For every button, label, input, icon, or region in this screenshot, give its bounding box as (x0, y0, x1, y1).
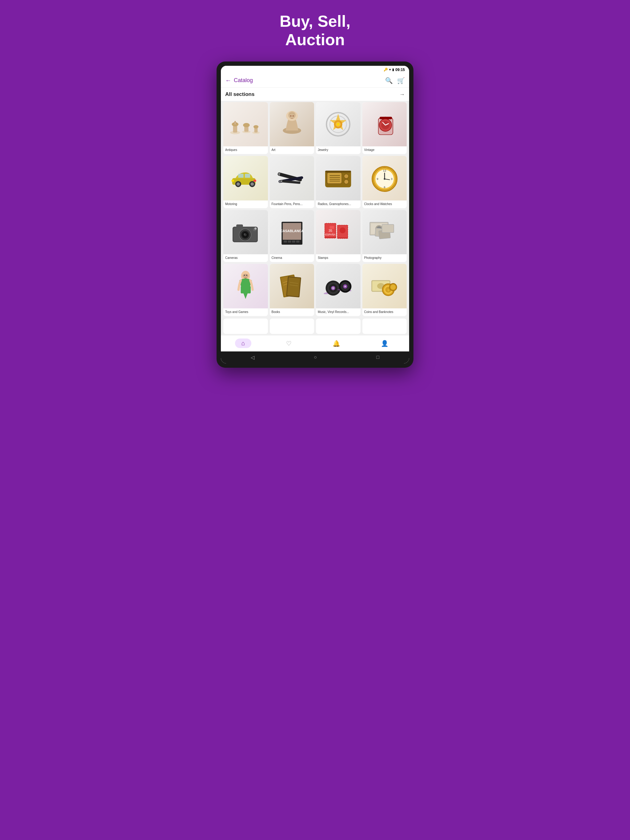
svg-rect-26 (238, 174, 243, 178)
svg-point-99 (244, 275, 245, 276)
svg-point-67 (244, 233, 245, 235)
search-icon[interactable]: 🔍 (385, 77, 393, 84)
android-nav: ◁ ○ □ (221, 351, 409, 363)
nav-notifications[interactable]: 🔔 (326, 338, 347, 348)
motoring-image (223, 156, 268, 201)
category-art[interactable]: Art (270, 102, 314, 154)
svg-point-47 (344, 174, 348, 178)
svg-text:35: 35 (329, 229, 332, 232)
coins-svg: $ (368, 269, 401, 303)
svg-point-12 (290, 115, 291, 117)
motoring-svg (229, 161, 262, 195)
category-vintage[interactable]: Vintage (362, 102, 407, 154)
status-icons: 🔑 ▾ ▮ 09:15 (384, 68, 405, 72)
art-svg (275, 107, 309, 141)
svg-point-86 (340, 227, 345, 233)
clocks-image: 12 3 6 9 (362, 156, 407, 201)
section-header: All sections → (221, 88, 409, 101)
pens-image (270, 156, 314, 201)
svg-point-128 (390, 285, 396, 290)
radios-label: Radios, Gramophones... (316, 201, 361, 208)
antiques-label: Antiques (223, 146, 268, 154)
header-icons: 🔍 🛒 (385, 77, 405, 84)
cameras-image (223, 210, 268, 254)
cameras-label: Cameras (223, 254, 268, 262)
catalog-grid: Antiques Art (221, 101, 409, 319)
music-image (316, 264, 361, 308)
partial-item-3[interactable] (316, 319, 361, 334)
category-coins[interactable]: $ Coins and Banknotes (362, 264, 407, 316)
category-cameras[interactable]: Cameras (223, 210, 268, 262)
jewelry-label: Jewelry (316, 146, 361, 154)
motoring-label: Motoring (223, 201, 268, 208)
music-svg (321, 269, 355, 303)
category-stamps[interactable]: 35 ESPAÑA Stamps (316, 210, 361, 262)
category-radios[interactable]: Radios, Gramophones... (316, 156, 361, 208)
heart-icon: ♡ (286, 340, 291, 347)
partial-item-2[interactable] (270, 319, 314, 334)
category-toys[interactable]: Toys and Games (223, 264, 268, 316)
pens-label: Fountain Pens, Pens... (270, 201, 314, 208)
profile-icon: 👤 (381, 340, 388, 347)
category-books[interactable]: Books (270, 264, 314, 316)
category-clocks[interactable]: 12 3 6 9 Clocks and Watches (362, 156, 407, 208)
category-motoring[interactable]: Motoring (223, 156, 268, 208)
partial-bottom-row (221, 319, 409, 335)
clocks-label: Clocks and Watches (362, 201, 407, 208)
nav-favorites[interactable]: ♡ (280, 338, 298, 348)
svg-text:12: 12 (383, 169, 386, 172)
tablet-frame: 🔑 ▾ ▮ 09:15 ← Catalog 🔍 🛒 All sections → (217, 62, 413, 368)
art-label: Art (270, 146, 314, 154)
stamps-svg: 35 ESPAÑA (321, 216, 355, 249)
svg-text:9: 9 (377, 177, 378, 180)
category-jewelry[interactable]: Jewelry (316, 102, 361, 154)
android-recents[interactable]: □ (377, 355, 380, 360)
books-image (270, 264, 314, 308)
cameras-svg (229, 216, 262, 249)
cinema-svg: CASABLANCA (275, 216, 309, 249)
android-back[interactable]: ◁ (251, 355, 255, 360)
category-pens[interactable]: Fountain Pens, Pens... (270, 156, 314, 208)
android-home[interactable]: ○ (314, 355, 317, 360)
jewelry-image (316, 102, 361, 147)
category-photography[interactable]: Photography (362, 210, 407, 262)
vintage-svg (368, 107, 401, 141)
svg-point-48 (344, 180, 348, 184)
clocks-svg: 12 3 6 9 (368, 161, 401, 195)
books-svg (275, 269, 309, 303)
category-music[interactable]: Music, Vinyl Records... (316, 264, 361, 316)
svg-rect-87 (330, 226, 334, 229)
app-header: ← Catalog 🔍 🛒 (221, 74, 409, 88)
section-title: All sections (225, 91, 255, 98)
svg-point-19 (337, 123, 339, 125)
bottom-nav: ⌂ ♡ 🔔 👤 (221, 335, 409, 351)
radios-image (316, 156, 361, 201)
art-image (270, 102, 314, 147)
svg-rect-79 (296, 240, 299, 243)
coins-label: Coins and Banknotes (362, 308, 407, 316)
back-button[interactable]: ← (225, 77, 231, 84)
svg-text:6: 6 (384, 185, 385, 189)
photography-svg (368, 216, 401, 249)
partial-item-4[interactable] (362, 319, 407, 334)
svg-text:CASABLANCA: CASABLANCA (280, 229, 304, 233)
stamps-label: Stamps (316, 254, 361, 262)
section-arrow[interactable]: → (399, 91, 405, 98)
svg-rect-68 (236, 224, 243, 227)
category-antiques[interactable]: Antiques (223, 102, 268, 154)
svg-point-98 (243, 274, 249, 278)
category-cinema[interactable]: CASABLANCA Cinema (270, 210, 314, 262)
partial-item-1[interactable] (223, 319, 268, 334)
svg-point-31 (251, 182, 254, 186)
svg-point-5 (243, 123, 250, 127)
nav-profile[interactable]: 👤 (375, 338, 395, 348)
nav-home[interactable]: ⌂ (235, 338, 251, 348)
key-icon: 🔑 (384, 68, 388, 72)
coins-image: $ (362, 264, 407, 308)
antiques-svg (229, 107, 262, 141)
cart-icon[interactable]: 🛒 (397, 77, 405, 84)
svg-point-70 (255, 227, 256, 229)
svg-text:$: $ (387, 288, 389, 292)
svg-point-8 (253, 125, 258, 128)
svg-rect-60 (383, 166, 386, 168)
